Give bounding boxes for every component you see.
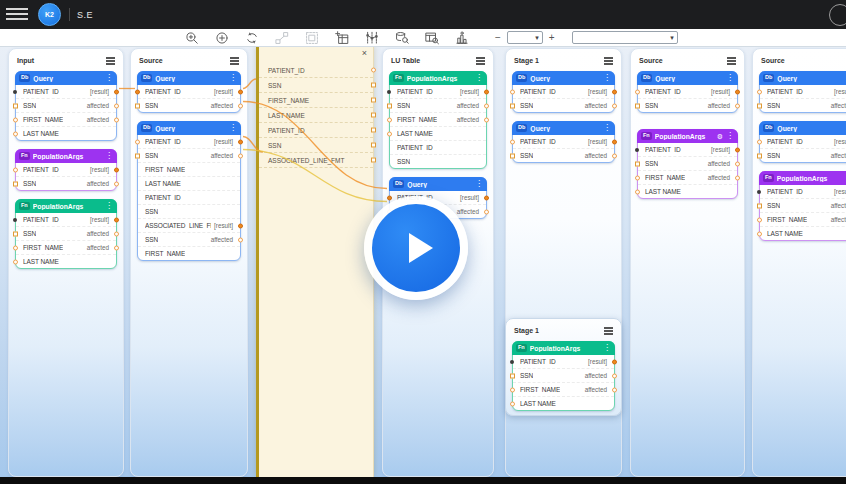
output-port[interactable] (484, 89, 489, 94)
output-port[interactable] (114, 231, 119, 236)
card-header[interactable]: FnPopulationArgs⋮ (15, 199, 117, 213)
field-port[interactable] (371, 83, 376, 88)
panel-menu-icon[interactable] (604, 330, 613, 332)
output-port[interactable] (238, 153, 243, 158)
input-port[interactable] (635, 148, 639, 152)
field-port[interactable] (371, 128, 376, 133)
panel-menu-icon[interactable] (476, 60, 485, 62)
input-port[interactable] (135, 89, 140, 94)
input-port[interactable] (13, 181, 18, 186)
field-list-item[interactable]: PATIENT_ID (259, 123, 373, 138)
output-port[interactable] (238, 139, 243, 144)
input-port[interactable] (510, 153, 515, 158)
field-list-item[interactable]: SSN (259, 78, 373, 93)
input-port[interactable] (135, 103, 140, 108)
entity-select[interactable]: ▾ (572, 31, 678, 44)
db-search-icon[interactable] (394, 30, 409, 45)
output-port[interactable] (735, 161, 740, 166)
output-port[interactable] (612, 89, 617, 94)
impact-chart-icon[interactable] (454, 30, 469, 45)
output-port[interactable] (484, 195, 489, 200)
output-port[interactable] (735, 103, 740, 108)
field-port[interactable] (371, 158, 376, 163)
refresh-icon[interactable] (244, 30, 259, 45)
output-port[interactable] (114, 103, 119, 108)
input-port[interactable] (757, 89, 762, 94)
input-port[interactable] (13, 131, 18, 136)
output-port[interactable] (114, 89, 119, 94)
output-port[interactable] (238, 103, 243, 108)
card-populationargs[interactable]: FnPopulationArgs⋮PATIENT_ID[result]SSNaf… (512, 341, 615, 411)
output-port[interactable] (612, 359, 617, 364)
output-port[interactable] (114, 167, 119, 172)
input-port[interactable] (510, 401, 515, 406)
card-header[interactable]: DbQuery⋮ (389, 177, 487, 191)
card-menu-icon[interactable]: ⋮ (603, 124, 611, 132)
card-menu-icon[interactable]: ⋮ (105, 74, 113, 82)
card-menu-icon[interactable]: ⋮ (105, 152, 113, 160)
zoom-in-icon[interactable] (184, 30, 199, 45)
input-port[interactable] (510, 139, 515, 144)
card-query[interactable]: DbQuery⋮PATIENT_ID[result]SSNaffected (759, 121, 846, 163)
panel-menu-icon[interactable] (727, 60, 736, 62)
input-port[interactable] (635, 175, 640, 180)
input-port[interactable] (13, 245, 18, 250)
card-menu-icon[interactable]: ⋮ (726, 132, 734, 140)
input-port[interactable] (757, 217, 762, 222)
input-port[interactable] (510, 103, 515, 108)
input-port[interactable] (510, 387, 515, 392)
field-port[interactable] (371, 98, 376, 103)
card-header[interactable]: DbQuery⋮ (759, 121, 846, 135)
add-table-icon[interactable] (334, 30, 349, 45)
output-port[interactable] (114, 181, 119, 186)
input-port[interactable] (757, 190, 761, 194)
input-port[interactable] (387, 117, 392, 122)
card-header[interactable]: FnPopulationArgs⚙⋮ (637, 129, 738, 143)
play-button[interactable] (364, 196, 468, 300)
input-port[interactable] (13, 90, 17, 94)
card-populationargs[interactable]: FnPopulationArgs⋮PATIENT_ID[result]SSNaf… (759, 171, 846, 241)
input-port[interactable] (635, 103, 640, 108)
output-port[interactable] (612, 373, 617, 378)
output-port[interactable] (114, 245, 119, 250)
field-list-item[interactable]: PATIENT_ID (259, 63, 373, 78)
output-port[interactable] (735, 175, 740, 180)
zoom-out-button[interactable]: − (492, 33, 504, 43)
field-list-item[interactable]: ASSOCIATED_LINE_FMT (259, 153, 373, 168)
field-port[interactable] (371, 113, 376, 118)
output-port[interactable] (612, 153, 617, 158)
panel-menu-icon[interactable] (604, 60, 613, 62)
input-port[interactable] (757, 203, 762, 208)
card-menu-icon[interactable]: ⋮ (726, 74, 734, 82)
close-icon[interactable]: × (362, 49, 367, 58)
zoom-in-button[interactable]: + (546, 33, 558, 43)
zoom-mode-icon[interactable] (214, 30, 229, 45)
output-port[interactable] (238, 89, 243, 94)
output-port[interactable] (114, 217, 119, 222)
card-menu-icon[interactable]: ⋮ (105, 202, 113, 210)
card-header[interactable]: DbQuery⋮ (137, 121, 241, 135)
gear-icon[interactable]: ⚙ (717, 133, 723, 140)
field-list-item[interactable]: LAST NAME (259, 108, 373, 123)
input-port[interactable] (13, 103, 18, 108)
output-port[interactable] (238, 223, 243, 228)
input-port[interactable] (510, 89, 515, 94)
field-port[interactable] (371, 68, 376, 73)
field-port[interactable] (371, 143, 376, 148)
input-port[interactable] (13, 117, 18, 122)
card-header[interactable]: DbQuery⋮ (512, 121, 615, 135)
output-port[interactable] (612, 103, 617, 108)
field-list-item[interactable]: FIRST_NAME (259, 93, 373, 108)
panel-menu-icon[interactable] (106, 60, 115, 62)
card-header[interactable]: DbQuery⋮ (759, 71, 846, 85)
input-port[interactable] (387, 131, 392, 136)
output-port[interactable] (612, 139, 617, 144)
input-port[interactable] (635, 161, 640, 166)
output-port[interactable] (484, 117, 489, 122)
card-query[interactable]: DbQuery⋮PATIENT_ID[result]SSNaffected (512, 121, 615, 163)
card-menu-icon[interactable]: ⋮ (475, 74, 483, 82)
input-port[interactable] (635, 89, 640, 94)
card-header[interactable]: DbQuery⋮ (637, 71, 738, 85)
field-list-item[interactable]: SSN (259, 138, 373, 153)
output-port[interactable] (484, 103, 489, 108)
